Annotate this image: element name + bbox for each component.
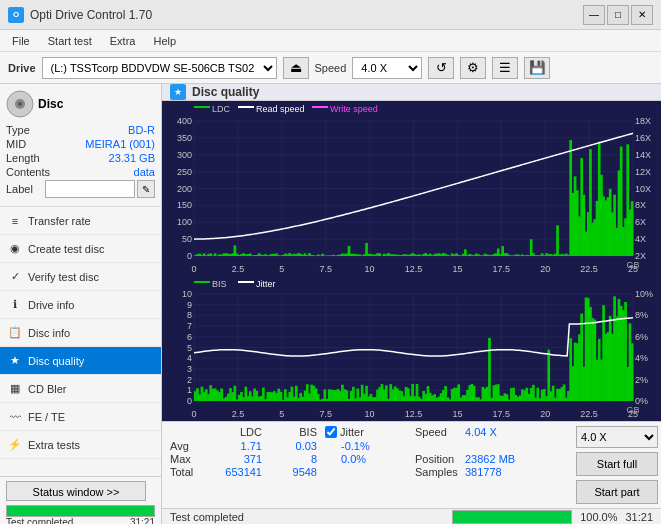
bottom-status-bar: Test completed 100.0% 31:21 — [162, 508, 661, 524]
bottom-progress-fill — [453, 511, 571, 523]
minimize-button[interactable]: — — [583, 5, 605, 25]
sidebar-progress-bar — [6, 505, 155, 517]
nav-cd-bler[interactable]: ▦ CD Bler — [0, 375, 161, 403]
col-ldc: LDC — [212, 426, 270, 438]
speed-col-header: Speed — [415, 426, 465, 438]
start-part-button[interactable]: Start part — [576, 480, 658, 504]
drive-info-icon: ℹ — [8, 298, 22, 312]
extra-tests-icon: ⚡ — [8, 438, 22, 452]
disc-mid-row: MID MEIRA1 (001) — [6, 138, 155, 150]
bottom-status-time: 31:21 — [625, 511, 653, 523]
settings-button[interactable]: ⚙ — [460, 57, 486, 79]
verify-disc-icon: ✓ — [8, 270, 22, 284]
speed-label: Speed — [315, 62, 347, 74]
total-bis: 9548 — [270, 466, 325, 478]
total-ldc: 653141 — [212, 466, 270, 478]
total-label: Total — [170, 466, 212, 478]
max-jitter: 0.0% — [325, 453, 415, 465]
nav-transfer-rate[interactable]: ≡ Transfer rate — [0, 207, 161, 235]
refresh-button[interactable]: ↺ — [428, 57, 454, 79]
nav-verify-test-disc[interactable]: ✓ Verify test disc — [0, 263, 161, 291]
nav-drive-info[interactable]: ℹ Drive info — [0, 291, 161, 319]
avg-bis: 0.03 — [270, 440, 325, 452]
menu-help[interactable]: Help — [145, 33, 184, 49]
create-disc-icon: ◉ — [8, 242, 22, 256]
bottom-status-text: Test completed — [170, 511, 444, 523]
main-content: Disc Type BD-R MID MEIRA1 (001) Length 2… — [0, 84, 661, 524]
bottom-progress-bar — [452, 510, 572, 524]
window-controls: — □ ✕ — [583, 5, 653, 25]
avg-jitter: -0.1% — [325, 440, 415, 452]
status-time: 31:21 — [130, 517, 155, 524]
nav-disc-quality[interactable]: ★ Disc quality — [0, 347, 161, 375]
content-header: ★ Disc quality — [162, 84, 661, 101]
eject-button[interactable]: ⏏ — [283, 57, 309, 79]
start-full-button[interactable]: Start full — [576, 452, 658, 476]
nav-fe-te[interactable]: 〰 FE / TE — [0, 403, 161, 431]
label-edit-button[interactable]: ✎ — [137, 180, 155, 198]
cd-bler-icon: ▦ — [8, 382, 22, 396]
speed-select[interactable]: 4.0 X — [352, 57, 422, 79]
position-label: Position — [415, 453, 465, 465]
nav-section: ≡ Transfer rate ◉ Create test disc ✓ Ver… — [0, 207, 161, 476]
speed-dropdown[interactable]: 4.0 X 2.0 X 1.0 X 8.0 X — [576, 426, 658, 448]
disc-type-row: Type BD-R — [6, 124, 155, 136]
menu-start-test[interactable]: Start test — [40, 33, 100, 49]
jitter-checkbox[interactable] — [325, 426, 337, 438]
transfer-rate-icon: ≡ — [8, 214, 22, 228]
close-button[interactable]: ✕ — [631, 5, 653, 25]
avg-label: Avg — [170, 440, 212, 452]
position-value: 23862 MB — [465, 453, 515, 465]
sidebar-status: Status window >> Test completed 31:21 — [0, 476, 161, 524]
disc-label-row: Label ✎ — [6, 180, 155, 198]
save-button[interactable]: 💾 — [524, 57, 550, 79]
sidebar-progress-fill — [7, 506, 154, 516]
samples-value: 381778 — [465, 466, 502, 478]
speed-col-value: 4.04 X — [465, 426, 497, 438]
app-title: Opti Drive Control 1.70 — [30, 8, 152, 22]
disc-contents-row: Contents data — [6, 166, 155, 178]
total-jitter — [325, 466, 415, 478]
menu-file[interactable]: File — [4, 33, 38, 49]
max-ldc: 371 — [212, 453, 270, 465]
status-text: Test completed — [6, 517, 73, 524]
svg-point-2 — [18, 102, 22, 106]
app-icon: O — [8, 7, 24, 23]
status-window-button[interactable]: Status window >> — [6, 481, 146, 501]
nav-disc-info[interactable]: 📋 Disc info — [0, 319, 161, 347]
menu-bar: File Start test Extra Help — [0, 30, 661, 52]
disc-info-icon: 📋 — [8, 326, 22, 340]
menu-extra[interactable]: Extra — [102, 33, 144, 49]
nav-create-test-disc[interactable]: ◉ Create test disc — [0, 235, 161, 263]
content-title: Disc quality — [192, 85, 259, 99]
content-icon: ★ — [170, 84, 186, 100]
drive-label: Drive — [8, 62, 36, 74]
col-bis: BIS — [270, 426, 325, 438]
drive-bar: Drive (L:) TSSTcorp BDDVDW SE-506CB TS02… — [0, 52, 661, 84]
bottom-status-percent: 100.0% — [580, 511, 617, 523]
content-area: ★ Disc quality LDC BIS Jitter — [162, 84, 661, 524]
max-label: Max — [170, 453, 212, 465]
stats-footer: LDC BIS Jitter Speed 4.04 X Avg 1.71 0.0… — [162, 421, 661, 508]
maximize-button[interactable]: □ — [607, 5, 629, 25]
disc-icon — [6, 90, 34, 118]
stats-table: LDC BIS Jitter Speed 4.04 X Avg 1.71 0.0… — [162, 422, 573, 508]
samples-label: Samples — [415, 466, 465, 478]
disc-title: Disc — [38, 97, 63, 111]
charts-area — [162, 101, 661, 421]
sidebar: Disc Type BD-R MID MEIRA1 (001) Length 2… — [0, 84, 162, 524]
fe-te-icon: 〰 — [8, 410, 22, 424]
title-bar: O Opti Drive Control 1.70 — □ ✕ — [0, 0, 661, 30]
nav-extra-tests[interactable]: ⚡ Extra tests — [0, 431, 161, 459]
disc-quality-icon: ★ — [8, 354, 22, 368]
disc-section: Disc Type BD-R MID MEIRA1 (001) Length 2… — [0, 84, 161, 207]
max-bis: 8 — [270, 453, 325, 465]
drive-select[interactable]: (L:) TSSTcorp BDDVDW SE-506CB TS02 — [42, 57, 277, 79]
action-buttons: 4.0 X 2.0 X 1.0 X 8.0 X Start full Start… — [573, 422, 661, 508]
options-button[interactable]: ☰ — [492, 57, 518, 79]
disc-length-row: Length 23.31 GB — [6, 152, 155, 164]
avg-ldc: 1.71 — [212, 440, 270, 452]
col-jitter: Jitter — [340, 426, 364, 438]
label-input[interactable] — [45, 180, 135, 198]
